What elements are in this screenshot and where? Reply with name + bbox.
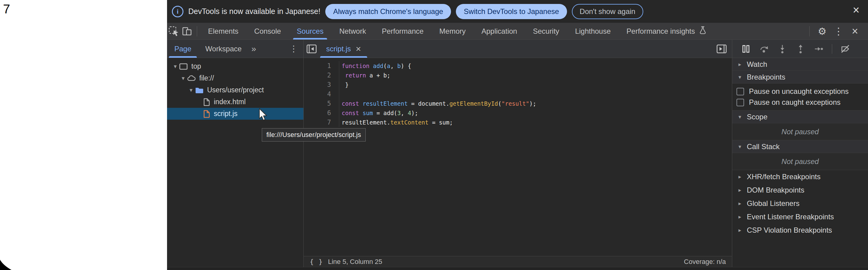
step-into-icon[interactable] <box>777 44 787 54</box>
code-line[interactable]: 7 resultElement.textContent = sum; <box>304 118 732 127</box>
js-file-icon <box>203 110 210 118</box>
twisty-open-icon[interactable]: ▾ <box>171 63 179 70</box>
line-number[interactable]: 5 <box>304 100 339 107</box>
twisty-open-icon[interactable]: ▾ <box>737 74 743 81</box>
editor-status-bar: { } Line 5, Column 25 Coverage: n/a <box>304 256 732 267</box>
twisty-open-icon[interactable]: ▾ <box>737 143 743 150</box>
show-debugger-sidebar-icon[interactable] <box>714 43 730 55</box>
pause-caught-checkbox[interactable] <box>737 99 744 106</box>
code-line[interactable]: 4 <box>304 89 732 99</box>
dont-show-again-button[interactable]: Don't show again <box>572 4 643 19</box>
tree-item-top[interactable]: ▾ top <box>167 60 303 72</box>
navigator-kebab-icon[interactable]: ⋮ <box>289 44 298 54</box>
pretty-print-icon[interactable]: { } <box>310 258 323 265</box>
notification-message: DevTools is now available in Japanese! <box>188 7 320 16</box>
pause-script-icon[interactable] <box>741 44 751 54</box>
twisty-open-icon[interactable]: ▾ <box>187 87 195 94</box>
section-dom-breakpoints[interactable]: ▸ DOM Breakpoints <box>732 183 868 197</box>
debugger-sidebar: ▸ Watch ▾ Breakpoints Pause on uncaught … <box>732 40 868 267</box>
call-stack-status: Not paused <box>732 153 868 170</box>
section-breakpoints[interactable]: ▾ Breakpoints <box>732 71 868 84</box>
tab-lighthouse[interactable]: Lighthouse <box>567 23 618 39</box>
tab-security[interactable]: Security <box>525 23 567 39</box>
line-number[interactable]: 2 <box>304 72 339 79</box>
step-out-icon[interactable] <box>796 44 806 54</box>
step-icon[interactable] <box>814 44 824 54</box>
tab-console[interactable]: Console <box>246 23 289 39</box>
match-chrome-language-button[interactable]: Always match Chrome's language <box>325 4 451 19</box>
line-number[interactable]: 6 <box>304 109 339 117</box>
sources-panel: Page Workspace » ⋮ ▾ top ▾ <box>167 40 868 267</box>
section-event-listener-breakpoints[interactable]: ▸ Event Listener Breakpoints <box>732 210 868 223</box>
section-watch[interactable]: ▸ Watch <box>732 58 868 71</box>
line-number[interactable]: 3 <box>304 81 339 88</box>
tree-item-index-html[interactable]: index.html <box>167 96 303 108</box>
line-number[interactable]: 4 <box>304 91 339 98</box>
editor-tab-close-icon[interactable]: × <box>355 44 361 54</box>
navigator-pane: Page Workspace » ⋮ ▾ top ▾ <box>167 40 304 267</box>
twisty-open-icon[interactable]: ▾ <box>737 114 743 120</box>
kebab-menu-icon[interactable]: ⋮ <box>832 26 845 36</box>
line-number[interactable]: 7 <box>304 119 339 126</box>
code-line[interactable]: 5 const resultElement = document.getElem… <box>304 99 732 108</box>
twisty-closed-icon[interactable]: ▸ <box>737 213 743 220</box>
section-call-stack[interactable]: ▾ Call Stack <box>732 140 868 153</box>
tree-item-project-folder[interactable]: ▾ Users/user/project <box>167 84 303 96</box>
twisty-closed-icon[interactable]: ▸ <box>737 187 743 193</box>
code-line[interactable]: 6 const sum = add(3, 4); <box>304 108 732 118</box>
tree-item-script-js[interactable]: script.js <box>167 108 303 120</box>
devtools-close-icon[interactable]: × <box>848 26 862 37</box>
line-number[interactable]: 1 <box>304 62 339 69</box>
tab-elements[interactable]: Elements <box>200 23 246 39</box>
tree-item-file-protocol[interactable]: ▾ file:// <box>167 72 303 84</box>
switch-to-japanese-button[interactable]: Switch DevTools to Japanese <box>456 4 567 19</box>
section-xhr-fetch-breakpoints[interactable]: ▸ XHR/fetch Breakpoints <box>732 170 868 183</box>
notification-close-icon[interactable]: × <box>853 4 860 16</box>
hide-navigator-icon[interactable] <box>304 43 319 55</box>
navigator-tab-page[interactable]: Page <box>168 40 198 58</box>
step-over-icon[interactable] <box>759 44 769 54</box>
mouse-cursor <box>257 108 269 121</box>
tab-network[interactable]: Network <box>331 23 374 39</box>
window-bottom-edge <box>167 267 868 270</box>
folder-icon <box>195 87 204 94</box>
pause-uncaught-checkbox[interactable] <box>737 88 744 95</box>
code-line[interactable]: 1 function add(a, b) { <box>304 61 732 70</box>
section-scope[interactable]: ▾ Scope <box>732 111 868 123</box>
toolbar-right-controls: ⚙ ⋮ × <box>806 26 868 37</box>
twisty-closed-icon[interactable]: ▸ <box>737 227 743 234</box>
editor-tab-script-js[interactable]: script.js × <box>319 40 368 58</box>
twisty-closed-icon[interactable]: ▸ <box>737 200 743 207</box>
deactivate-breakpoints-icon[interactable] <box>840 44 850 54</box>
navigator-tab-workspace[interactable]: Workspace <box>198 40 248 58</box>
partial-cursor-shape <box>0 260 12 270</box>
more-tabs-icon[interactable]: » <box>251 44 256 54</box>
controls-separator <box>832 44 832 54</box>
inspect-element-icon[interactable] <box>167 25 180 38</box>
scope-status: Not paused <box>732 123 868 140</box>
twisty-open-icon[interactable]: ▾ <box>179 75 187 82</box>
tab-memory[interactable]: Memory <box>432 23 474 39</box>
section-global-listeners[interactable]: ▸ Global Listeners <box>732 197 868 210</box>
file-tree: ▾ top ▾ file:// ▾ <box>167 58 303 120</box>
flask-icon <box>699 26 707 37</box>
tab-performance-insights[interactable]: Performance insights <box>619 23 715 39</box>
code-editor[interactable]: 1 function add(a, b) { 2 return a + b; 3… <box>304 58 732 256</box>
tab-application[interactable]: Application <box>473 23 525 39</box>
code-line[interactable]: 2 return a + b; <box>304 70 732 80</box>
tab-performance[interactable]: Performance <box>374 23 431 39</box>
settings-gear-icon[interactable]: ⚙ <box>815 26 829 36</box>
navigator-header: Page Workspace » ⋮ <box>167 40 303 58</box>
device-toolbar-icon[interactable] <box>180 25 194 38</box>
pause-uncaught-row[interactable]: Pause on uncaught exceptions <box>732 86 868 97</box>
section-csp-violation-breakpoints[interactable]: ▸ CSP Violation Breakpoints <box>732 223 868 237</box>
toolbar-separator <box>197 26 197 36</box>
tab-sources[interactable]: Sources <box>289 23 331 39</box>
code-line[interactable]: 3 } <box>304 80 732 89</box>
twisty-closed-icon[interactable]: ▸ <box>737 61 743 68</box>
file-path-tooltip: file:///Users/user/project/script.js <box>262 128 366 142</box>
editor-tab-bar: script.js × <box>304 40 732 58</box>
toolbar-separator <box>809 26 810 36</box>
twisty-closed-icon[interactable]: ▸ <box>737 173 743 180</box>
pause-caught-row[interactable]: Pause on caught exceptions <box>732 97 868 108</box>
